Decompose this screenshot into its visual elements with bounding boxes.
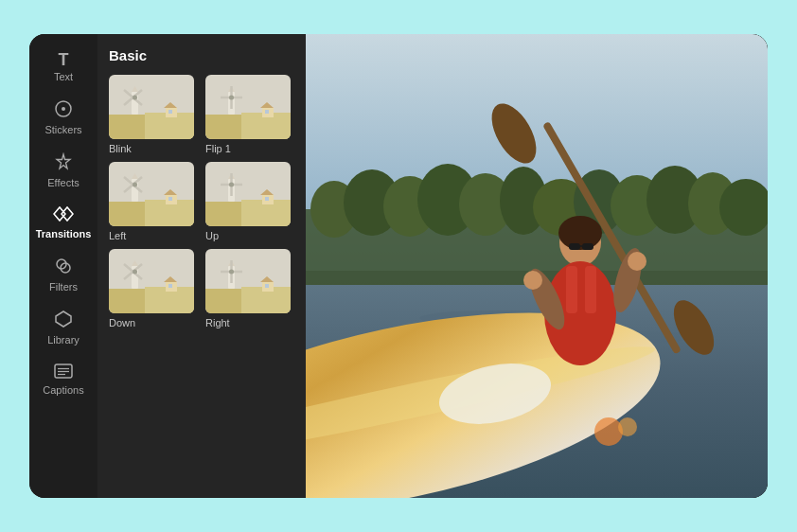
transition-name-down: Down [109,317,198,328]
svg-point-110 [523,271,542,290]
captions-icon [54,363,73,381]
sidebar-item-stickers[interactable]: Stickers [31,92,96,143]
transition-item-blink[interactable]: Blink [109,75,198,154]
svg-point-95 [594,417,623,446]
transition-item-down[interactable]: Down [109,249,198,328]
sidebar-item-label: Filters [49,282,78,293]
transition-thumb-down [109,249,194,313]
svg-point-48 [229,183,234,187]
transition-item-flip1[interactable]: Flip 1 [205,75,294,154]
svg-point-111 [628,252,646,271]
sidebar-item-library[interactable]: Library [31,302,96,353]
svg-rect-74 [265,284,269,288]
sidebar-item-label: Stickers [44,125,81,135]
svg-point-59 [133,270,137,275]
sidebar-item-label: Captions [43,385,83,396]
svg-rect-52 [265,197,269,201]
svg-rect-19 [168,110,172,114]
transition-name-blink: Blink [109,143,198,154]
sidebar-item-text[interactable]: T Text [31,44,96,90]
sidebar: T Text Stickers Effects [29,34,97,498]
sidebar-item-transitions[interactable]: Transitions [31,198,96,247]
library-icon [54,310,73,331]
svg-point-1 [62,107,65,111]
svg-rect-106 [566,266,577,313]
transitions-panel: Basic [97,34,306,498]
filters-icon [54,257,73,278]
svg-rect-103 [582,243,593,250]
sidebar-item-filters[interactable]: Filters [31,249,96,300]
svg-point-70 [229,270,234,275]
transition-thumb-right [205,249,291,313]
sidebar-item-label: Transitions [36,229,92,239]
svg-point-26 [229,96,234,100]
transition-thumb-blink [109,75,194,139]
svg-point-101 [558,216,602,250]
svg-rect-30 [265,110,269,114]
kayak-scene [306,34,768,498]
transition-thumb-flip1 [205,75,291,139]
transition-name-left: Left [109,230,198,241]
sidebar-item-label: Library [47,335,80,346]
text-icon: T [59,51,69,68]
svg-point-96 [618,417,637,436]
effects-icon [54,152,73,174]
transition-thumb-left [109,162,194,226]
transition-name-flip1: Flip 1 [205,143,294,154]
svg-marker-4 [56,311,71,327]
svg-rect-102 [569,243,580,250]
transition-item-left[interactable]: Left [109,162,198,241]
stickers-icon [54,99,73,121]
transition-name-up: Up [205,230,294,241]
transition-item-up[interactable]: Up [205,162,294,241]
preview-area [306,34,768,498]
transition-item-right[interactable]: Right [205,249,294,328]
transitions-grid: Blink [109,75,294,328]
svg-point-37 [133,183,137,187]
sidebar-item-captions[interactable]: Captions [31,355,96,403]
svg-rect-107 [585,266,596,313]
transitions-icon [53,205,74,225]
transition-name-right: Right [205,317,294,328]
app-container: T Text Stickers Effects [29,34,768,498]
sidebar-item-label: Text [54,72,73,82]
sidebar-item-effects[interactable]: Effects [31,145,96,196]
svg-rect-41 [168,197,172,201]
svg-rect-63 [168,284,172,288]
panel-title: Basic [109,47,294,63]
sidebar-item-label: Effects [47,178,79,188]
svg-point-15 [133,96,137,100]
transition-thumb-up [205,162,291,226]
